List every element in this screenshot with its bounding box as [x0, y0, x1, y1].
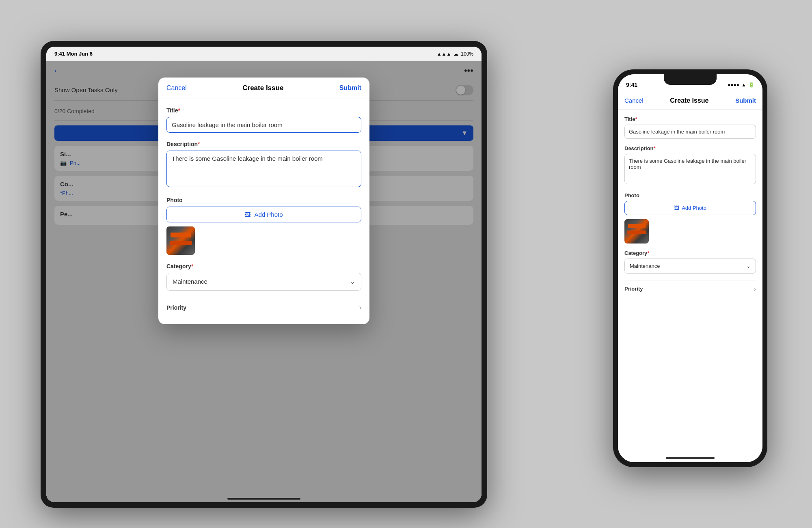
phone-device: 9:41 ●●●● ▲ 🔋 Cancel Create Issue Submit: [613, 69, 767, 467]
description-textarea[interactable]: [166, 151, 361, 187]
phone-submit-button[interactable]: Submit: [735, 97, 756, 104]
phone-wifi-icon: ▲: [741, 82, 746, 88]
phone-status-icons: ●●●● ▲ 🔋: [728, 82, 754, 88]
phone-title-label: Title*: [624, 116, 756, 122]
title-field-label: Title*: [166, 107, 361, 114]
phone-category-label: Category*: [624, 250, 756, 256]
title-required-marker: *: [178, 107, 180, 114]
category-select[interactable]: Maintenance ⌄: [166, 273, 361, 291]
phone-priority-row[interactable]: Priority ›: [624, 280, 756, 297]
modal-header: Cancel Create Issue Submit: [158, 78, 369, 99]
description-required-marker: *: [198, 141, 200, 147]
photo-field-group: Photo 🖼 Add Photo: [166, 197, 361, 255]
phone-signal-icon: ●●●●: [728, 82, 739, 88]
phone-photo-field-group: Photo 🖼 Add Photo: [624, 192, 756, 244]
phone-modal-title: Create Issue: [670, 97, 708, 104]
tablet-time: 9:41 Mon Jun 6: [54, 51, 93, 57]
phone-description-field-group: Description*: [624, 145, 756, 186]
phone-description-textarea[interactable]: [624, 154, 756, 184]
category-required-marker: *: [191, 263, 193, 269]
modal-overlay: Cancel Create Issue Submit Title*: [46, 61, 482, 502]
phone-screen: 9:41 ●●●● ▲ 🔋 Cancel Create Issue Submit: [618, 74, 762, 462]
phone-battery-icon: 🔋: [748, 82, 754, 88]
tablet-status-icons: ▲▲▲ ☁ 100%: [437, 51, 473, 57]
phone-description-label: Description*: [624, 145, 756, 151]
chevron-down-icon: ⌄: [350, 278, 355, 285]
phone-modal-header: Cancel Create Issue Submit: [618, 92, 762, 110]
photo-field-label: Photo: [166, 197, 361, 203]
tablet-content: ‹ ••• Show Open Tasks Only 0/20 Complete…: [46, 61, 482, 502]
phone-modal-body: Title* Description* Photo: [618, 110, 762, 462]
title-field-group: Title*: [166, 107, 361, 133]
phone-home-indicator: [666, 457, 715, 459]
phone-title-required: *: [635, 116, 637, 122]
phone-cancel-button[interactable]: Cancel: [624, 97, 644, 104]
battery-icon: 100%: [461, 51, 473, 57]
phone-chevron-down-icon: ⌄: [746, 263, 751, 269]
modal-title: Create Issue: [242, 84, 283, 92]
phone-category-select[interactable]: Maintenance ⌄: [624, 259, 756, 274]
phone-title-field-group: Title*: [624, 116, 756, 139]
phone-engine-image: [624, 219, 649, 244]
phone-title-input[interactable]: [624, 125, 756, 139]
scene: 9:41 Mon Jun 6 ▲▲▲ ☁ 100% ‹ •••: [20, 21, 792, 508]
description-field-group: Description*: [166, 141, 361, 189]
engine-image: [166, 226, 195, 255]
image-icon: 🖼: [245, 211, 251, 218]
phone-time: 9:41: [626, 82, 637, 88]
create-issue-modal: Cancel Create Issue Submit Title*: [158, 78, 369, 324]
phone-description-required: *: [654, 145, 656, 151]
phone-category-required: *: [647, 250, 649, 256]
phone-image-icon: 🖼: [674, 205, 679, 211]
modal-body: Title* Description*: [158, 99, 369, 324]
tablet-status-bar: 9:41 Mon Jun 6 ▲▲▲ ☁ 100%: [46, 47, 482, 61]
priority-chevron-icon: ›: [359, 304, 361, 311]
wifi-icon: ☁: [454, 51, 458, 57]
photo-thumbnail: [166, 226, 195, 255]
modal-cancel-button[interactable]: Cancel: [166, 84, 187, 92]
category-field-group: Category* Maintenance ⌄: [166, 263, 361, 291]
phone-category-field-group: Category* Maintenance ⌄: [624, 250, 756, 274]
tablet-device: 9:41 Mon Jun 6 ▲▲▲ ☁ 100% ‹ •••: [41, 41, 487, 508]
priority-row[interactable]: Priority ›: [166, 299, 361, 316]
phone-photo-label: Photo: [624, 192, 756, 198]
description-field-label: Description*: [166, 141, 361, 147]
phone-notch: [664, 74, 717, 85]
phone-photo-thumbnail: [624, 219, 649, 244]
title-input[interactable]: [166, 117, 361, 133]
signal-icon: ▲▲▲: [437, 51, 451, 57]
phone-priority-chevron-icon: ›: [754, 285, 756, 293]
add-photo-button[interactable]: 🖼 Add Photo: [166, 207, 361, 222]
tablet-screen: 9:41 Mon Jun 6 ▲▲▲ ☁ 100% ‹ •••: [46, 47, 482, 502]
phone-add-photo-button[interactable]: 🖼 Add Photo: [624, 201, 756, 215]
modal-submit-button[interactable]: Submit: [339, 84, 361, 92]
category-field-label: Category*: [166, 263, 361, 269]
phone-modal: Cancel Create Issue Submit Title*: [618, 92, 762, 462]
